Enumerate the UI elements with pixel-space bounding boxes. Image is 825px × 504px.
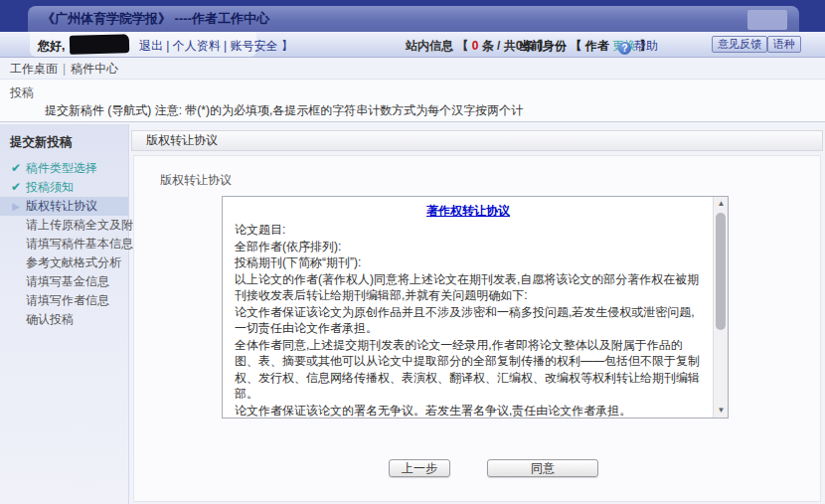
sidebar-item-reference-analysis[interactable]: 参考文献格式分析 — [0, 253, 128, 272]
agreement-paragraph: 投稿期刊(下简称“期刊”): — [235, 254, 702, 271]
agreement-title: 著作权转让协议 — [235, 202, 702, 220]
top-banner: 《广州体育学院学报》 ----作者工作中心 — [0, 0, 825, 32]
agree-button[interactable]: 同意 — [487, 459, 598, 477]
message-count: 0 — [472, 39, 479, 53]
sidebar-item-basic-info[interactable]: 请填写稿件基本信息 — [0, 235, 128, 253]
submission-section-label: 投稿 — [10, 84, 34, 101]
sidebar-item-label: 请填写稿件基本信息 — [26, 237, 133, 251]
agreement-paragraph: 以上论文的作者(著作权人)同意将上述论文在期刊发表,自愿将该论文的部分著作权在被… — [235, 271, 702, 304]
breadcrumb: 工作桌面|稿件中心 — [0, 58, 825, 80]
author-work-center-window: 《广州体育学院学报》 ----作者工作中心 您好, 退出 | 个人资料 | 账号… — [0, 0, 825, 504]
redacted-username — [70, 34, 129, 55]
bracket-open: 【 — [456, 39, 468, 53]
identity-role: 【 作者 — [570, 39, 608, 53]
sidebar-item-label: 确认投稿 — [26, 312, 74, 326]
agreement-paragraph: 论文题目: — [235, 222, 702, 239]
sidebar-item-upload-fulltext[interactable]: 请上传原稿全文及附件 — [0, 216, 128, 235]
sidebar-item-author-info[interactable]: 请填写作者信息 — [0, 291, 128, 310]
breadcrumb-manuscript-center[interactable]: 稿件中心 — [71, 62, 118, 76]
help-link[interactable]: ?帮助 — [618, 38, 658, 55]
language-button[interactable]: 语种 — [767, 36, 801, 53]
sidebar-item-label: 稿件类型选择 — [26, 161, 97, 175]
agreement-content: 著作权转让协议 论文题目: 全部作者(依序排列): 投稿期刊(下简称“期刊”):… — [223, 197, 712, 418]
scroll-down-icon[interactable]: ▼ — [714, 404, 729, 418]
main-panel: 版权转让协议 著作权转让协议 论文题目: 全部作者(依序排列): 投稿期刊(下简… — [133, 155, 821, 502]
breadcrumb-workdesk[interactable]: 工作桌面 — [10, 62, 58, 76]
sidebar-item-label: 版权转让协议 — [26, 199, 97, 213]
breadcrumb-separator: | — [63, 62, 66, 76]
banner-decoration — [747, 10, 787, 30]
current-step-icon: ▶ — [8, 197, 24, 216]
agreement-textbox[interactable]: 著作权转让协议 论文题目: 全部作者(依序排列): 投稿期刊(下简称“期刊”):… — [222, 196, 729, 419]
sidebar-item-fund-info[interactable]: 请填写基金信息 — [0, 272, 128, 291]
help-icon: ? — [618, 42, 631, 55]
scroll-up-icon[interactable]: ▲ — [714, 197, 729, 211]
window-title: 《广州体育学院学报》 ----作者工作中心 — [28, 6, 799, 32]
sidebar-item-label: 投稿须知 — [26, 180, 74, 194]
sidebar-item-label: 请填写基金信息 — [26, 274, 109, 288]
sidebar-title: 提交新投稿 — [0, 124, 128, 159]
feedback-button[interactable]: 意见反馈 — [712, 36, 767, 53]
submission-note-area: 投稿 提交新稿件 (导航式) 注意: 带(*)的为必填项,各提示框的字符串计数方… — [0, 80, 825, 121]
previous-step-button[interactable]: 上一步 — [389, 459, 450, 477]
sidebar-item-label: 请填写作者信息 — [26, 293, 109, 307]
divider — [0, 121, 825, 122]
agreement-paragraph: 全部作者(依序排列): — [235, 239, 702, 255]
scrollbar-thumb[interactable] — [716, 213, 726, 330]
sidebar-step-nav: 提交新投稿 ✔稿件类型选择 ✔投稿须知 ▶版权转让协议 请上传原稿全文及附件 请… — [0, 124, 129, 504]
account-links[interactable]: 退出 | 个人资料 | 账号安全 】 — [139, 38, 293, 55]
sidebar-item-confirm-submission[interactable]: 确认投稿 — [0, 310, 128, 329]
check-icon: ✔ — [8, 159, 24, 178]
sidebar-item-label: 参考文献格式分析 — [26, 255, 121, 269]
help-label: 帮助 — [634, 39, 658, 53]
check-icon: ✔ — [8, 178, 24, 197]
agreement-field-label: 版权转让协议 — [160, 172, 232, 189]
sidebar-item-manuscript-type[interactable]: ✔稿件类型选择 — [0, 159, 128, 178]
identity-label: 当前身份 — [519, 39, 567, 53]
site-info-label: 站内信息 — [406, 39, 453, 53]
agreement-paragraph: 论文作者保证该论文为原创作品并且不涉及涉密和一稿多投问题,若发生侵权或泄密问题,… — [235, 304, 702, 337]
submission-note: 提交新稿件 (导航式) 注意: 带(*)的为必填项,各提示框的字符串计数方式为每… — [45, 102, 523, 119]
sidebar-item-copyright-agreement[interactable]: ▶版权转让协议 — [0, 197, 128, 216]
sidebar-item-label: 请上传原稿全文及附件 — [26, 218, 145, 232]
toolbar: 您好, 退出 | 个人资料 | 账号安全 】 站内信息 【 0 条 / 共0条 … — [0, 32, 825, 58]
sidebar-item-submission-notes[interactable]: ✔投稿须知 — [0, 178, 128, 197]
agreement-scrollbar[interactable]: ▲ ▼ — [713, 197, 728, 418]
agreement-paragraph: 全体作者同意,上述提交期刊发表的论文一经录用,作者即将论文整体以及附属于作品的图… — [235, 337, 702, 403]
main-section-titlebar: 版权转让协议 — [131, 130, 823, 151]
agreement-paragraph: 论文作者保证该论文的署名无争议。若发生署名争议,责任由论文作者承担。 — [235, 403, 702, 419]
greeting-text: 您好, — [38, 38, 65, 55]
